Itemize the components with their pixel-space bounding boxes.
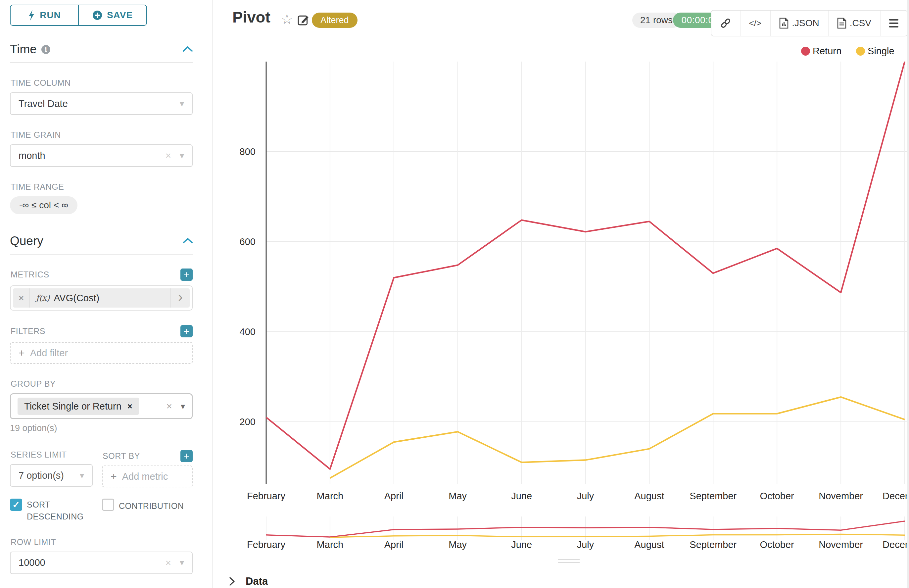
sort-by-label: SORT BY (103, 451, 140, 461)
chevron-right-icon[interactable]: › (171, 288, 190, 308)
add-sort-metric-button[interactable]: + (181, 450, 193, 462)
svg-text:April: April (384, 491, 404, 501)
time-section-header[interactable]: Time i (10, 42, 193, 56)
add-filter-label: Add filter (30, 347, 68, 359)
svg-text:March: March (317, 491, 344, 501)
add-metric-label: Add metric (122, 471, 168, 482)
svg-text:July: July (577, 540, 594, 549)
altered-badge[interactable]: Altered (312, 13, 357, 28)
chevron-right-icon (228, 577, 236, 586)
code-icon: </> (749, 18, 762, 29)
add-sort-metric-box[interactable]: + Add metric (102, 465, 193, 487)
svg-text:February: February (247, 540, 286, 549)
run-button-label: RUN (40, 10, 61, 21)
time-grain-value: month (19, 150, 45, 161)
time-column-value: Travel Date (19, 99, 68, 109)
check-icon: ✓ (12, 499, 20, 510)
page-scrollbar[interactable] (907, 0, 909, 588)
data-panel-divider (213, 549, 909, 549)
line-chart[interactable]: 200400600800FebruaryFebruaryMarchMarchAp… (212, 33, 909, 549)
svg-text:June: June (511, 491, 532, 501)
caret-down-icon[interactable]: ▾ (80, 470, 84, 481)
add-filter-button[interactable]: + (181, 325, 193, 338)
add-metric-button[interactable]: + (181, 268, 193, 281)
clear-icon[interactable]: × (166, 401, 172, 412)
menu-button[interactable] (880, 11, 907, 36)
row-limit-value: 10000 (19, 557, 45, 568)
chevron-up-icon[interactable] (183, 46, 193, 53)
chart-header: Pivot ☆ Altered 21 rows 00:00:00.16 </> (212, 0, 909, 36)
fx-icon: ƒ(x) (36, 293, 50, 303)
run-button[interactable]: RUN (11, 5, 78, 25)
svg-text:June: June (511, 540, 532, 549)
section-divider (10, 62, 193, 63)
data-panel-header[interactable]: Data (228, 575, 268, 587)
svg-text:September: September (689, 491, 736, 501)
svg-text:400: 400 (240, 326, 255, 337)
run-save-button-group: RUN SAVE (10, 5, 147, 26)
export-csv-button[interactable]: .CSV (828, 11, 880, 36)
caret-down-icon[interactable]: ▾ (180, 151, 184, 161)
lightning-icon (28, 10, 35, 21)
plus-icon: + (19, 347, 25, 359)
control-panel: RUN SAVE Time i TIME COLUMN Travel Date … (0, 0, 203, 588)
time-section-title: Time (10, 42, 37, 56)
svg-text:200: 200 (240, 417, 255, 427)
svg-text:November: November (819, 540, 863, 549)
page-title: Pivot (232, 8, 270, 26)
contribution-checkbox[interactable] (102, 499, 114, 511)
panel-resize-handle[interactable] (558, 559, 580, 565)
metric-name: AVG(Cost) (53, 293, 99, 304)
caret-down-icon[interactable]: ▾ (180, 99, 184, 109)
add-filter-box[interactable]: + Add filter (10, 342, 193, 364)
svg-text:May: May (449, 540, 467, 549)
sort-descending-label: SORT DESCENDING (27, 499, 83, 523)
svg-text:March: March (317, 540, 344, 549)
sort-descending-checkbox[interactable]: ✓ (10, 499, 22, 511)
export-button-group: </> .JSON .CSV (711, 10, 908, 36)
svg-text:November: November (819, 491, 863, 501)
info-icon: i (41, 45, 50, 54)
query-section-title: Query (10, 234, 44, 248)
clear-icon[interactable]: × (165, 150, 171, 161)
svg-text:October: October (760, 540, 794, 549)
json-file-icon (779, 18, 788, 29)
row-limit-select[interactable]: 10000 × ▾ (10, 552, 193, 574)
caret-down-icon[interactable]: ▾ (181, 401, 185, 412)
caret-down-icon[interactable]: ▾ (180, 557, 184, 568)
svg-text:December: December (883, 491, 909, 501)
svg-text:May: May (449, 491, 467, 501)
time-column-select[interactable]: Travel Date ▾ (10, 92, 193, 115)
group-by-chip[interactable]: Ticket Single or Return × (18, 397, 139, 415)
group-by-select[interactable]: Ticket Single or Return × × ▾ (10, 393, 193, 419)
save-button[interactable]: SAVE (78, 5, 146, 25)
clear-icon[interactable]: × (165, 557, 171, 569)
chevron-up-icon[interactable] (183, 238, 193, 245)
time-column-label: TIME COLUMN (11, 78, 203, 88)
query-section-header[interactable]: Query (10, 234, 193, 248)
share-link-button[interactable] (711, 11, 740, 36)
series-limit-value: 7 option(s) (19, 470, 64, 481)
plus-circle-icon (92, 10, 102, 20)
series-limit-select[interactable]: 7 option(s) ▾ (10, 464, 93, 487)
remove-chip-icon[interactable]: × (128, 402, 132, 411)
svg-text:July: July (577, 491, 594, 501)
remove-metric-icon[interactable]: × (13, 288, 30, 308)
hamburger-icon (889, 19, 898, 27)
time-range-pill[interactable]: -∞ ≤ col < ∞ (10, 196, 77, 214)
plus-icon: + (111, 470, 117, 483)
svg-text:December: December (883, 540, 909, 549)
svg-text:800: 800 (240, 146, 255, 157)
series-limit-label: SERIES LIMIT (11, 450, 93, 460)
embed-code-button[interactable]: </> (740, 11, 770, 36)
svg-text:August: August (634, 540, 664, 549)
svg-text:February: February (247, 491, 286, 501)
edit-icon[interactable] (297, 13, 310, 27)
group-by-label: GROUP BY (11, 379, 203, 389)
filters-label: FILTERS (11, 326, 45, 336)
export-json-button[interactable]: .JSON (770, 11, 828, 36)
metric-chip[interactable]: × ƒ(x) AVG(Cost) › (13, 288, 190, 308)
time-grain-select[interactable]: month × ▾ (10, 144, 193, 167)
favorite-star-icon[interactable]: ☆ (281, 11, 293, 27)
export-json-label: .JSON (792, 18, 819, 29)
